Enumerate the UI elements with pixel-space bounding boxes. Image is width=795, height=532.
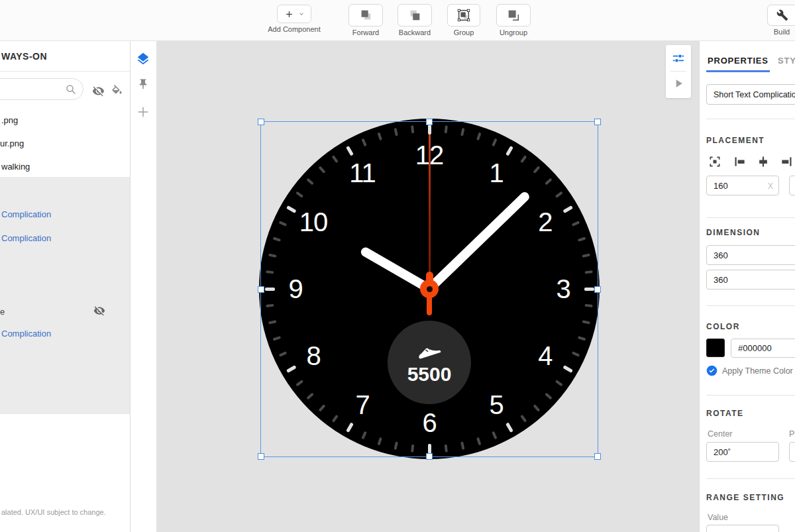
range-value-input[interactable] <box>706 525 779 532</box>
ungroup-label: Ungroup <box>496 28 531 36</box>
selection-handle-n[interactable] <box>426 119 433 125</box>
layer-row-complication-3[interactable]: Complication <box>0 325 130 342</box>
layer-row-label: walking <box>0 162 30 172</box>
play-icon[interactable] <box>672 77 685 90</box>
major-tick <box>265 288 275 291</box>
color-swatch[interactable] <box>706 339 725 357</box>
minor-tick <box>520 415 527 423</box>
divider <box>670 71 686 72</box>
clock-number-7: 7 <box>355 390 369 419</box>
selection-handle-w[interactable] <box>258 286 264 293</box>
add-component-button[interactable] <box>277 5 311 23</box>
backward-button[interactable] <box>398 4 432 27</box>
search-input[interactable] <box>0 78 83 100</box>
layer-row-hour-png[interactable]: ur.png <box>0 134 130 152</box>
clock-number-5: 5 <box>489 390 503 419</box>
ungroup-button[interactable] <box>496 4 531 27</box>
align-left-icon[interactable] <box>733 155 747 168</box>
minor-tick <box>279 351 288 357</box>
minor-tick <box>460 441 464 450</box>
color-hex-input[interactable] <box>731 339 795 358</box>
layer-row-hidden[interactable]: e <box>0 303 130 320</box>
minor-tick <box>476 133 482 141</box>
build-button[interactable] <box>767 5 795 26</box>
canvas-mini-toolbar <box>666 45 691 98</box>
paint-bucket-icon[interactable] <box>111 85 123 97</box>
divider <box>706 305 795 306</box>
rotate-pivot-input[interactable] <box>789 442 795 462</box>
align-right-icon[interactable] <box>780 155 793 168</box>
bring-forward-icon <box>358 8 373 23</box>
minor-tick <box>319 404 326 412</box>
forward-label: Forward <box>348 28 383 36</box>
add-layer-plus-icon[interactable] <box>136 105 150 119</box>
minor-tick <box>476 437 482 446</box>
match-bounds-icon[interactable] <box>708 155 721 168</box>
major-tick <box>346 422 354 432</box>
major-tick <box>584 288 594 291</box>
placement-y-input[interactable] <box>789 176 795 195</box>
selection-handle-nw[interactable] <box>258 119 264 125</box>
minor-tick <box>319 166 326 174</box>
minor-tick <box>295 191 303 198</box>
minor-tick <box>533 404 540 412</box>
sidebar-tab-always-on[interactable]: WAYS-ON <box>0 41 130 72</box>
selection-handle-sw[interactable] <box>258 453 264 460</box>
clock-number-10: 10 <box>299 207 328 237</box>
group-label: Group <box>447 28 480 36</box>
major-tick <box>286 205 296 213</box>
minor-tick <box>295 380 303 386</box>
rotate-section-title: ROTATE <box>706 409 744 418</box>
pin-icon[interactable] <box>137 78 149 90</box>
tab-properties[interactable]: PROPERTIES <box>708 56 768 66</box>
watch-face[interactable]: 5500 123456789101112 <box>259 119 600 459</box>
minor-tick <box>445 444 448 452</box>
shoe-icon <box>413 337 445 364</box>
minor-tick <box>492 138 498 147</box>
properties-sliders-icon[interactable] <box>672 52 685 65</box>
rotate-center-input[interactable] <box>706 442 779 462</box>
tool-strip <box>131 41 156 532</box>
major-tick <box>346 146 354 156</box>
design-canvas[interactable]: 5500 123456789101112 <box>156 41 699 532</box>
layers-icon[interactable] <box>136 52 150 66</box>
minor-tick <box>332 155 339 163</box>
hide-all-eye-slash-icon[interactable] <box>92 85 105 97</box>
forward-button[interactable] <box>348 4 383 27</box>
clock-number-12: 12 <box>415 140 444 170</box>
minor-tick <box>273 237 282 242</box>
group-button[interactable] <box>447 4 480 27</box>
minor-tick <box>545 178 553 186</box>
selection-handle-ne[interactable] <box>594 119 601 125</box>
component-type-select[interactable]: Short Text Complication <box>706 84 795 105</box>
layer-row-complication-1[interactable]: Complication <box>0 205 130 223</box>
dimension-width-input[interactable] <box>706 245 795 265</box>
dimension-height-input[interactable] <box>706 270 795 290</box>
steps-complication[interactable]: 5500 <box>388 321 471 404</box>
minor-tick <box>520 155 527 163</box>
selection-handle-se[interactable] <box>594 453 601 460</box>
apply-theme-checkbox[interactable] <box>706 365 717 376</box>
minor-tick <box>545 392 553 399</box>
selection-handle-s[interactable] <box>426 453 433 460</box>
minor-tick <box>411 125 414 133</box>
dimension-section-title: DIMENSION <box>706 228 761 237</box>
plus-icon <box>284 9 294 19</box>
tab-style[interactable]: STYLE <box>778 56 795 66</box>
selection-handle-e[interactable] <box>594 286 601 293</box>
layer-row-walking[interactable]: walking <box>0 158 130 175</box>
layer-row-png[interactable]: .png <box>0 111 130 129</box>
layer-row-complication-2[interactable]: Complication <box>0 229 130 246</box>
minor-tick <box>306 392 314 399</box>
major-tick <box>286 365 296 373</box>
placement-section-title: PLACEMENT <box>706 136 765 145</box>
ungroup-icon <box>506 8 521 23</box>
minor-tick <box>361 138 367 147</box>
minor-tick <box>555 191 563 198</box>
align-center-horizontal-icon[interactable] <box>757 155 770 168</box>
minor-tick <box>306 178 314 186</box>
clock-number-11: 11 <box>349 158 376 188</box>
chevron-down-icon <box>298 11 305 17</box>
rotate-center-label: Center <box>708 429 733 439</box>
visibility-off-eye-slash-icon[interactable] <box>93 305 105 317</box>
